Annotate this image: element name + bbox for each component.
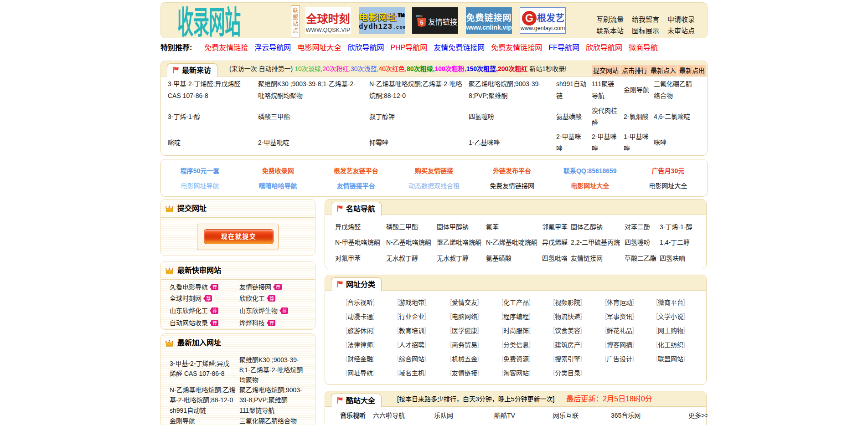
svg-text:html: html bbox=[416, 15, 423, 18]
svg-text:G: G bbox=[525, 12, 533, 24]
svg-text:5: 5 bbox=[420, 19, 423, 26]
